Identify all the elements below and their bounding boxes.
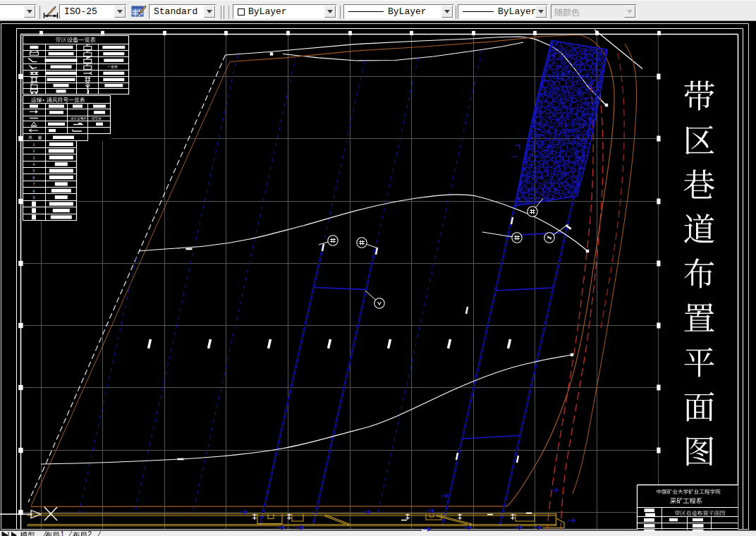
svg-text:5: 5 [32, 169, 35, 173]
svg-text:9: 9 [32, 195, 35, 200]
svg-text:8: 8 [32, 189, 35, 194]
svg-text:7: 7 [32, 182, 35, 187]
svg-text:2: 2 [32, 149, 35, 154]
svg-text:3: 3 [32, 156, 35, 161]
svg-text:6: 6 [32, 176, 35, 181]
